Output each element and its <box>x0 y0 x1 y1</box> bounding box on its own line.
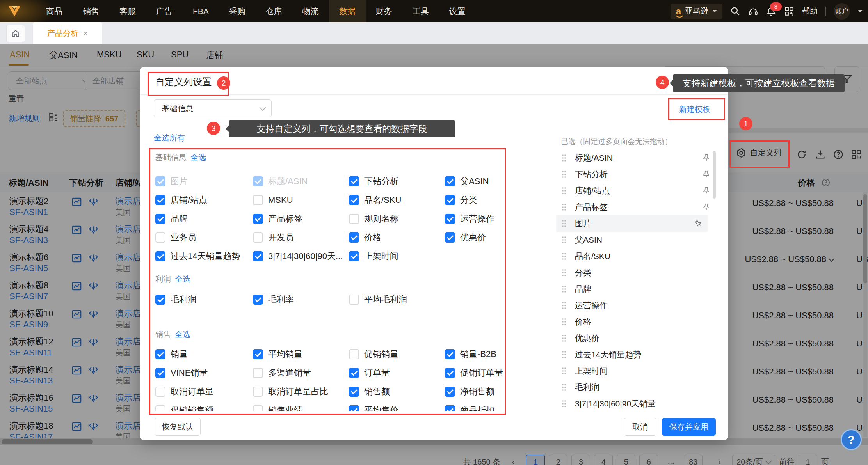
column-checkbox-item[interactable]: 销售业绩 <box>253 401 349 411</box>
column-checkbox-item[interactable]: 商品折扣 <box>445 401 503 411</box>
checkbox[interactable] <box>445 176 455 186</box>
checkbox[interactable] <box>253 368 263 378</box>
close-icon[interactable]: × <box>83 29 88 38</box>
selected-column-item[interactable]: 毛利润 <box>556 379 717 396</box>
column-checkbox-item[interactable]: 促销销量 <box>349 345 445 364</box>
checkbox[interactable] <box>155 405 165 411</box>
column-checkbox-item[interactable]: 过去14天销量趋势 <box>155 247 253 266</box>
checkbox[interactable] <box>155 349 165 359</box>
column-checkbox-item[interactable]: 品牌 <box>155 209 253 228</box>
drag-handle-icon[interactable] <box>562 285 566 293</box>
column-checkbox-item[interactable]: 订单量 <box>349 364 445 382</box>
checkbox[interactable] <box>349 295 359 305</box>
pin-icon[interactable] <box>702 186 711 195</box>
checkbox[interactable] <box>155 176 165 186</box>
column-checkbox-item[interactable]: 净销售额 <box>445 382 503 401</box>
drag-handle-icon[interactable] <box>562 269 566 277</box>
checkbox[interactable] <box>253 176 263 186</box>
column-checkbox-item[interactable]: 父ASIN <box>445 172 503 191</box>
top-nav-item[interactable]: 财务 <box>366 0 402 22</box>
column-checkbox-item[interactable]: 平均毛利润 <box>349 290 445 309</box>
column-checkbox-item[interactable]: 平均售价 <box>349 401 445 411</box>
checkbox[interactable] <box>253 349 263 359</box>
selected-column-item[interactable]: 优惠价 <box>556 330 717 346</box>
column-checkbox-item[interactable]: 销售额 <box>349 382 445 401</box>
pin-icon[interactable] <box>702 170 711 179</box>
select-all-link[interactable]: 全选所有 <box>154 133 185 143</box>
selected-column-item[interactable]: 图片 <box>556 215 708 232</box>
checkbox[interactable] <box>155 251 165 261</box>
column-checkbox-item[interactable]: 品名/SKU <box>349 191 445 209</box>
checkbox[interactable] <box>155 368 165 378</box>
checkbox[interactable] <box>349 176 359 186</box>
group-select-all-link[interactable]: 全选 <box>190 153 206 162</box>
drag-handle-icon[interactable] <box>562 318 566 326</box>
pin-icon[interactable] <box>692 217 704 229</box>
drag-handle-icon[interactable] <box>562 351 566 359</box>
new-template-link[interactable]: 新建模板 <box>679 104 710 115</box>
column-checkbox-item[interactable]: MSKU <box>253 191 349 209</box>
top-nav-item[interactable]: 工具 <box>402 0 439 22</box>
column-checkbox-item[interactable]: 促销订单量 <box>445 364 503 382</box>
column-checkbox-item[interactable]: 图片 <box>155 172 253 191</box>
headset-icon[interactable] <box>748 6 758 16</box>
column-checkbox-item[interactable]: 多渠道销量 <box>253 364 349 382</box>
home-tab[interactable] <box>6 25 25 42</box>
column-checkbox-item[interactable]: 销量 <box>155 345 253 364</box>
column-checkbox-item[interactable]: 取消订单量占比 <box>253 382 349 401</box>
column-checkbox-item[interactable]: 分类 <box>445 191 503 209</box>
drag-handle-icon[interactable] <box>562 334 566 342</box>
help-link[interactable]: 帮助 <box>802 6 818 16</box>
checkbox[interactable] <box>349 214 359 224</box>
selected-column-item[interactable]: 上架时间 <box>556 363 717 379</box>
selected-column-item[interactable]: 店铺/站点 <box>556 183 717 199</box>
column-checkbox-item[interactable]: 平均销量 <box>253 345 349 364</box>
checkbox[interactable] <box>155 232 165 243</box>
restore-default-button[interactable]: 恢复默认 <box>155 418 201 436</box>
top-nav-item[interactable]: 广告 <box>146 0 183 22</box>
apps-grid-icon[interactable] <box>784 6 794 16</box>
column-checkbox-item[interactable]: 价格 <box>349 228 445 247</box>
column-checkbox-item[interactable]: 取消订单量 <box>155 382 253 401</box>
drag-handle-icon[interactable] <box>562 170 566 178</box>
cancel-button[interactable]: 取消 <box>624 418 656 436</box>
search-icon[interactable] <box>730 6 740 16</box>
notification-bell-icon[interactable]: 8 <box>766 6 776 16</box>
top-nav-item[interactable]: 数据 <box>329 0 366 22</box>
column-checkbox-item[interactable]: VINE销量 <box>155 364 253 382</box>
checkbox[interactable] <box>155 387 165 397</box>
selected-column-item[interactable]: 价格 <box>556 314 717 330</box>
checkbox[interactable] <box>445 214 455 224</box>
checkbox[interactable] <box>253 251 263 261</box>
drag-handle-icon[interactable] <box>562 367 566 375</box>
checkbox[interactable] <box>349 232 359 243</box>
checkbox[interactable] <box>155 295 165 305</box>
drag-handle-icon[interactable] <box>562 400 566 408</box>
top-nav-item[interactable]: 商品 <box>36 0 73 22</box>
checkbox[interactable] <box>349 349 359 359</box>
checkbox[interactable] <box>155 195 165 205</box>
column-checkbox-item[interactable]: 开发员 <box>253 228 349 247</box>
pin-icon[interactable] <box>702 203 711 211</box>
save-apply-button[interactable]: 保存并应用 <box>662 418 716 436</box>
selected-column-item[interactable]: 父ASIN <box>556 232 717 248</box>
selected-column-item[interactable]: 过去14天销量趋势 <box>556 346 717 363</box>
top-nav-item[interactable]: FBA <box>183 0 219 22</box>
selected-list-scrollbar[interactable] <box>713 151 716 199</box>
group-select-all-link[interactable]: 全选 <box>175 330 190 339</box>
column-checkbox-item[interactable]: 下钻分析 <box>349 172 445 191</box>
top-nav-item[interactable]: 仓库 <box>256 0 292 22</box>
checkbox[interactable] <box>445 232 455 243</box>
selected-column-item[interactable]: 品名/SKU <box>556 248 717 264</box>
checkbox[interactable] <box>349 387 359 397</box>
checkbox[interactable] <box>445 368 455 378</box>
floating-help-bubble[interactable]: ? <box>841 429 862 450</box>
checkbox[interactable] <box>349 251 359 261</box>
drag-handle-icon[interactable] <box>562 203 566 211</box>
tab-product-analysis[interactable]: 产品分析 × <box>33 22 102 44</box>
checkbox[interactable] <box>253 195 263 205</box>
checkbox[interactable] <box>349 405 359 411</box>
top-nav-item[interactable]: 采购 <box>219 0 256 22</box>
group-select-all-link[interactable]: 全选 <box>175 275 190 283</box>
column-checkbox-item[interactable]: 业务员 <box>155 228 253 247</box>
